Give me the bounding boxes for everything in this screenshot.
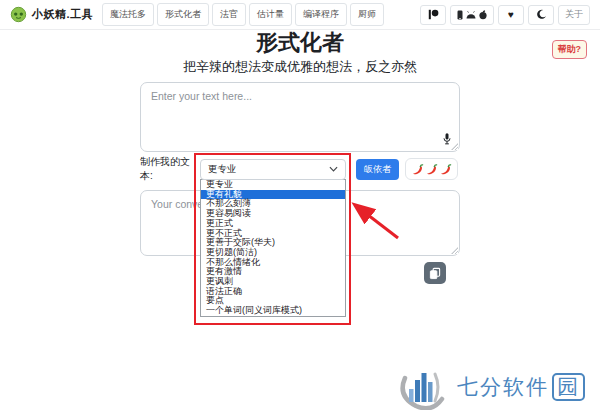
input-area: [140, 82, 460, 152]
convert-button[interactable]: 皈依者: [356, 159, 399, 180]
source-text-input[interactable]: [140, 82, 460, 152]
phone-icon: [457, 10, 463, 20]
chili-pepper-icon[interactable]: [425, 163, 438, 176]
topbar-actions: ♥ 关于: [420, 5, 590, 25]
apple-icon: [479, 10, 487, 20]
dark-mode-button[interactable]: [528, 5, 554, 25]
chili-pepper-icon[interactable]: [411, 163, 424, 176]
about-label: 关于: [565, 8, 583, 21]
watermark-text: 七分软件园: [457, 373, 585, 401]
watermark-boxed-char: 园: [552, 373, 585, 401]
favorite-button[interactable]: ♥: [498, 5, 524, 25]
help-badge[interactable]: 帮助?: [552, 40, 588, 59]
microphone-icon[interactable]: [442, 132, 452, 146]
watermark-logo-icon: [396, 364, 448, 410]
chili-pepper-icon[interactable]: [439, 163, 452, 176]
tone-select[interactable]: 更专业: [200, 159, 346, 180]
spiciness-control[interactable]: [405, 158, 458, 180]
mobile-apps-button[interactable]: [450, 5, 494, 25]
chevron-down-icon: [329, 166, 338, 172]
main-content: 形式化者 把辛辣的想法变成优雅的想法，反之亦然 制作我的文本: 更专业: [140, 30, 460, 256]
patreon-icon: [428, 9, 439, 20]
page-subtitle: 把辛辣的想法变成优雅的想法，反之亦然: [140, 58, 460, 75]
make-text-label: 制作我的文本:: [140, 155, 200, 183]
controls-row: 制作我的文本: 更专业 皈依者 更专业更有礼貌不那么刻薄更容易阅读更正式更不正式…: [140, 158, 460, 180]
moon-icon: [536, 9, 547, 20]
dropdown-list: 更专业更有礼貌不那么刻薄更容易阅读更正式更不正式更善于交际(华夫)更切题(简洁)…: [200, 179, 346, 317]
nav-item-2[interactable]: 形式化者: [157, 3, 209, 26]
nav-tabs: 魔法托多形式化者法官估计量编译程序厨师: [102, 3, 384, 26]
watermark: 七分软件园: [396, 364, 585, 410]
nav-item-5[interactable]: 编译程序: [295, 3, 347, 26]
top-navbar: 小妖精.工具 魔法托多形式化者法官估计量编译程序厨师: [0, 0, 600, 30]
goblin-logo-icon: [10, 6, 27, 23]
dropdown-option[interactable]: 一个单词(同义词库模式): [201, 306, 345, 316]
android-icon: [466, 11, 476, 19]
app-window: 小妖精.工具 魔法托多形式化者法官估计量编译程序厨师: [0, 0, 600, 418]
about-button[interactable]: 关于: [558, 5, 590, 25]
nav-item-1[interactable]: 魔法托多: [102, 3, 154, 26]
brand-name: 小妖精.工具: [32, 7, 93, 22]
patreon-button[interactable]: [420, 5, 446, 25]
nav-item-6[interactable]: 厨师: [350, 3, 384, 26]
tone-select-value: 更专业: [208, 163, 237, 176]
heart-icon: ♥: [508, 10, 514, 20]
page-title: 形式化者: [140, 30, 460, 56]
nav-item-3[interactable]: 法官: [212, 3, 246, 26]
brand[interactable]: 小妖精.工具: [10, 6, 93, 23]
nav-item-4[interactable]: 估计量: [249, 3, 292, 26]
copy-button[interactable]: [424, 262, 446, 284]
copy-icon: [429, 267, 441, 280]
